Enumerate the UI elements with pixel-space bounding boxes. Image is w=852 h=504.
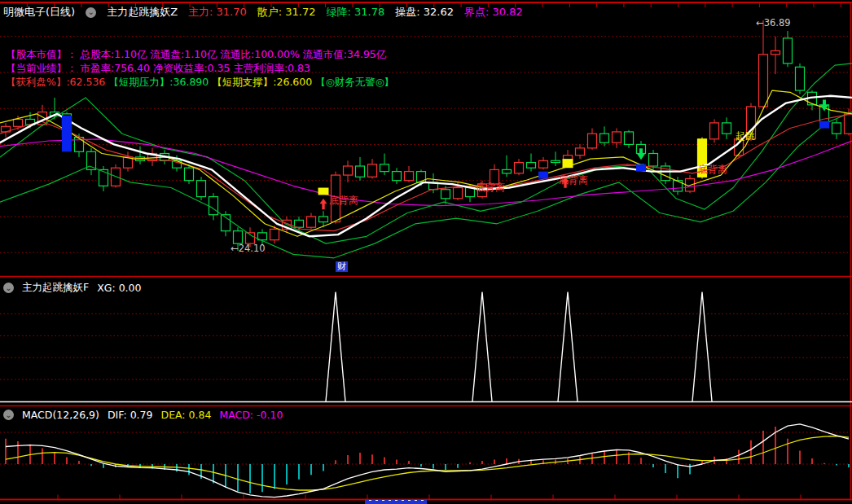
divergence-label: 底背离 xyxy=(476,182,505,193)
chevron-down-circle-icon[interactable]: ⌄ xyxy=(3,283,14,293)
indicator-field: 散户: 31.72 xyxy=(257,5,316,20)
divergence-label: 底背离 xyxy=(559,174,588,186)
indicator-field: 操盘: 32.62 xyxy=(395,5,454,20)
signal-panel-header: ⌄ 主力起跳擒妖F XG: 0.00 xyxy=(3,281,149,295)
fundamental-signal: 【短期压力】:36.890 xyxy=(108,76,209,88)
chart-header: 明微电子(日线) ⌄ 主力起跳擒妖Z 主力: 31.70散户: 31.72绿降:… xyxy=(3,5,544,20)
high-price-label: ←36.89 xyxy=(756,17,791,28)
stock-terminal-window: 明微电子(日线) ⌄ 主力起跳擒妖Z 主力: 31.70散户: 31.72绿降:… xyxy=(0,0,852,504)
chevron-down-circle-icon[interactable]: ⌄ xyxy=(3,410,14,420)
macd-dea-value: DEA: 0.84 xyxy=(161,409,212,421)
low-price-label: ←24.10 xyxy=(231,243,266,254)
fundamentals-row-signals: 【获利盘%】:62.536【短期压力】:36.890【短期支撑】:26.600【… xyxy=(6,76,397,90)
divergence-label: 底背离 xyxy=(329,195,358,206)
stock-title: 明微电子(日线) xyxy=(3,5,75,20)
macd-dif-value: DIF: 0.79 xyxy=(108,409,153,421)
signal-xg-value: XG: 0.00 xyxy=(97,282,141,294)
indicator-field: 绿降: 31.78 xyxy=(327,5,385,20)
signal-panel-title: 主力起跳擒妖F xyxy=(22,281,89,295)
indicator-field: 界点: 30.82 xyxy=(464,5,523,20)
macd-title: MACD(12,26,9) xyxy=(22,409,99,421)
macd-value: MACD: -0.10 xyxy=(219,409,283,421)
chevron-down-circle-icon[interactable]: ⌄ xyxy=(86,7,96,18)
fundamentals-row-performance: 【当前业绩】： 市盈率:756.40 净资收益率:0.35 主营利润率:0.83 xyxy=(6,62,310,76)
main-indicator-title: 主力起跳擒妖Z xyxy=(107,5,178,20)
divergence-label: 底背离 xyxy=(698,164,727,175)
fundamental-signal: 【◎财务无警◎】 xyxy=(315,76,394,88)
fundamental-signal: 【短期支撑】:26.600 xyxy=(212,76,312,88)
macd-panel-header: ⌄ MACD(12,26,9) DIF: 0.79 DEA: 0.84 MACD… xyxy=(3,409,291,421)
fundamental-signal: 【获利盘%】:62.536 xyxy=(6,76,105,88)
cai-signal-badge: 财 xyxy=(336,261,348,272)
indicator-field: 主力: 31.70 xyxy=(188,5,247,20)
qitiao-label: 起跳 xyxy=(736,130,755,142)
indicator-values: 主力: 31.70散户: 31.72绿降: 31.78操盘: 32.62界点: … xyxy=(188,5,534,20)
fundamentals-row-capital: 【股本市值】： 总股本:1.10亿 流通盘:1.10亿 流通比:100.00% … xyxy=(6,48,386,62)
